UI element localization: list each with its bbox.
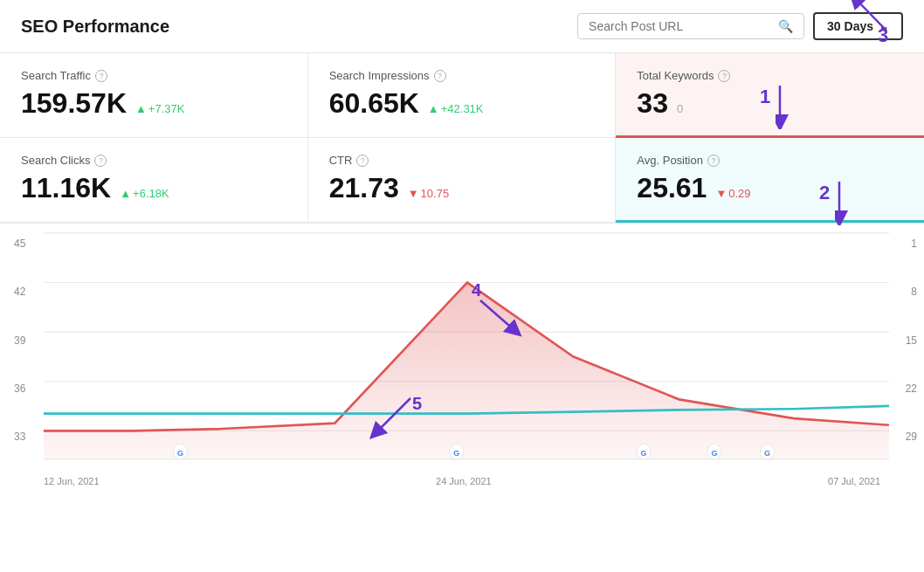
help-icon[interactable]: ?	[707, 155, 720, 167]
metric-ctr: CTR ? 21.73 ▼ 10.75	[308, 138, 617, 223]
metric-value: 11.16K ▲ +6.18K	[21, 172, 286, 204]
chart-svg: G G G G G 4	[44, 224, 889, 471]
page-title: SEO Performance	[21, 17, 169, 37]
metric-change: ▼ 0.29	[715, 187, 750, 200]
metric-label: Total Keywords ?	[637, 69, 903, 82]
metric-avg-position: Avg. Position ? 25.61 ▼ 0.29	[616, 138, 924, 223]
metric-value: 21.73 ▼ 10.75	[329, 172, 595, 204]
header-controls: 🔍 30 Days ⌄	[577, 12, 903, 40]
metric-change: ▲ +6.18K	[120, 187, 169, 200]
metric-label: Search Traffic ?	[21, 69, 286, 82]
search-icon: 🔍	[778, 19, 793, 33]
metric-label: CTR ?	[329, 154, 595, 167]
metric-total-keywords: Total Keywords ? 33 0	[616, 53, 924, 138]
metric-change: ▼ 10.75	[408, 187, 449, 200]
metric-search-clicks: Search Clicks ? 11.16K ▲ +6.18K	[0, 138, 308, 223]
metric-value: 25.61 ▼ 0.29	[637, 172, 903, 204]
days-dropdown[interactable]: 30 Days ⌄	[813, 12, 903, 40]
metric-label: Search Impressions ?	[329, 69, 595, 82]
metric-search-impressions: Search Impressions ? 60.65K ▲ +42.31K	[308, 53, 617, 138]
help-icon[interactable]: ?	[356, 155, 369, 167]
y-axis-right: 1 8 15 22 29	[889, 224, 924, 471]
metric-value: 33 0	[637, 87, 903, 120]
metrics-grid: Search Traffic ? 159.57K ▲ +7.37K Search…	[0, 53, 924, 224]
svg-text:G: G	[177, 447, 183, 457]
metric-label: Search Clicks ?	[21, 154, 286, 167]
search-box[interactable]: 🔍	[577, 13, 804, 39]
metric-change: ▲ +42.31K	[428, 102, 484, 115]
help-icon[interactable]: ?	[94, 155, 107, 167]
metric-change: ▲ +7.37K	[135, 102, 184, 115]
svg-text:G: G	[711, 447, 717, 457]
x-axis: 12 Jun, 2021 24 Jun, 2021 07 Jul, 2021	[0, 471, 924, 486]
page-header: SEO Performance 🔍 30 Days ⌄	[0, 0, 924, 53]
chevron-down-icon: ⌄	[879, 19, 889, 33]
search-input[interactable]	[589, 19, 778, 33]
svg-text:G: G	[764, 447, 770, 457]
help-icon[interactable]: ?	[718, 70, 730, 82]
svg-marker-6	[44, 282, 889, 458]
metric-change: 0	[677, 102, 683, 115]
y-axis-left: 45 42 39 36 33	[0, 224, 44, 471]
metric-label: Avg. Position ?	[637, 154, 903, 167]
metric-search-traffic: Search Traffic ? 159.57K ▲ +7.37K	[0, 53, 308, 138]
help-icon[interactable]: ?	[95, 70, 107, 82]
chart-area: 45 42 39 36 33	[0, 224, 924, 471]
days-label: 30 Days	[827, 19, 873, 33]
svg-text:G: G	[641, 447, 647, 457]
help-icon[interactable]: ?	[434, 70, 446, 82]
metric-value: 159.57K ▲ +7.37K	[21, 87, 286, 120]
svg-text:G: G	[453, 447, 459, 457]
metric-value: 60.65K ▲ +42.31K	[329, 87, 595, 120]
